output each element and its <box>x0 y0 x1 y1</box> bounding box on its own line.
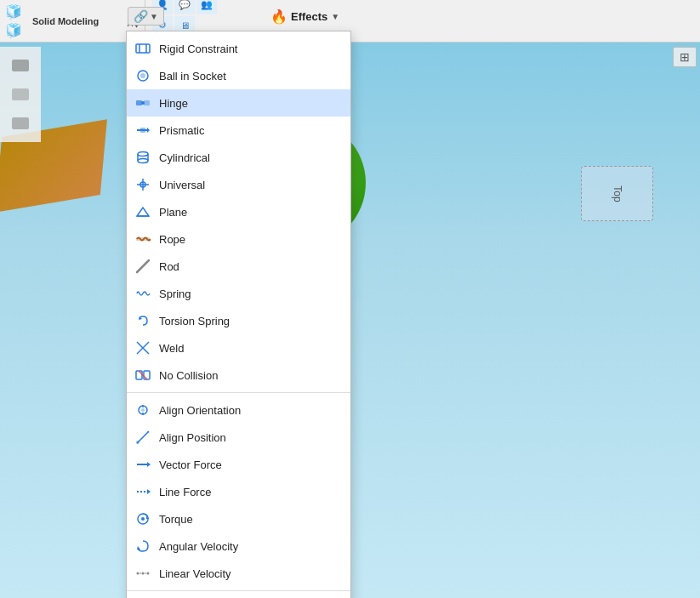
menu-item-weld[interactable]: Weld <box>127 334 350 362</box>
align-orientation-icon <box>134 401 152 419</box>
menu-item-torque[interactable]: Torque <box>127 505 350 533</box>
vector-force-label: Vector Force <box>159 458 222 471</box>
svg-marker-13 <box>147 128 150 133</box>
constraint-dropdown-button[interactable]: 🔗 ▼ <box>128 7 164 26</box>
sidebar-icon-2[interactable] <box>7 83 34 106</box>
svg-rect-0 <box>12 60 29 71</box>
rod-icon <box>134 257 152 276</box>
svg-marker-45 <box>137 546 140 550</box>
linear-velocity-label: Linear Velocity <box>159 567 231 580</box>
linear-velocity-icon <box>134 564 152 583</box>
torsion-spring-icon <box>134 311 152 330</box>
svg-point-47 <box>142 572 145 575</box>
menu-item-angular-velocity[interactable]: Angular Velocity <box>127 533 350 560</box>
svg-rect-23 <box>136 237 150 241</box>
align-position-label: Align Position <box>159 431 226 444</box>
svg-point-14 <box>138 152 148 157</box>
viewport-expand-button[interactable]: ⊞ <box>673 47 697 67</box>
constraint-icon: 🔗 <box>134 9 148 23</box>
line-force-label: Line Force <box>159 486 211 498</box>
cylindrical-label: Cylindrical <box>159 151 210 164</box>
no-collision-icon <box>134 366 152 384</box>
fire-icon: 🔥 <box>270 9 287 25</box>
svg-line-24 <box>137 260 149 272</box>
menu-item-plane[interactable]: Plane <box>127 198 350 225</box>
menu-item-line-force[interactable]: Line Force <box>127 478 350 505</box>
svg-rect-2 <box>12 117 29 129</box>
adv-icon-3[interactable]: 👥 <box>196 0 217 14</box>
angular-velocity-label: Angular Velocity <box>159 540 238 553</box>
effects-caret: ▼ <box>331 12 339 21</box>
svg-marker-41 <box>147 489 151 494</box>
torque-label: Torque <box>159 513 193 526</box>
hinge-label: Hinge <box>159 97 188 110</box>
sidebar-icon-3[interactable] <box>7 111 34 135</box>
svg-point-48 <box>147 572 150 575</box>
menu-item-hinge[interactable]: Hinge <box>127 89 350 117</box>
svg-point-7 <box>140 73 145 78</box>
torque-icon <box>134 510 152 528</box>
toolbar-icon-1[interactable]: 🧊 <box>3 3 24 20</box>
svg-point-43 <box>141 517 145 521</box>
angular-velocity-icon <box>134 537 152 555</box>
menu-item-universal[interactable]: Universal <box>127 171 350 198</box>
vector-force-icon <box>134 455 152 474</box>
expand-icon: ⊞ <box>680 50 690 64</box>
rope-icon <box>134 230 152 248</box>
menu-item-rope[interactable]: Rope <box>127 225 350 253</box>
ball-in-socket-icon <box>134 66 152 85</box>
svg-rect-9 <box>144 100 150 105</box>
rigid-constraint-label: Rigid Constraint <box>159 43 238 55</box>
sidebar-icon-1[interactable] <box>7 54 34 77</box>
menu-item-vector-force[interactable]: Vector Force <box>127 451 350 478</box>
hinge-icon <box>134 94 152 112</box>
menu-item-cylindrical[interactable]: Cylindrical <box>127 144 350 171</box>
viewport-top-label: Top <box>581 166 653 221</box>
constraint-dropdown-menu: Rigid Constraint Ball in Socket Hinge Pr… <box>126 31 351 598</box>
effects-button[interactable]: 🔥 Effects ▼ <box>264 7 346 26</box>
torsion-spring-label: Torsion Spring <box>159 315 230 327</box>
universal-icon <box>134 175 152 194</box>
menu-item-align-orientation[interactable]: Align Orientation <box>127 396 350 424</box>
menu-item-attachment[interactable]: Attachment <box>127 595 350 598</box>
universal-label: Universal <box>159 179 205 191</box>
no-collision-label: No Collision <box>159 369 218 382</box>
sidebar-icons <box>0 47 41 142</box>
menu-item-rigid-constraint[interactable]: Rigid Constraint <box>127 35 350 62</box>
divider-1 <box>127 392 350 393</box>
plane-icon <box>134 202 152 221</box>
svg-rect-3 <box>136 44 150 53</box>
menu-item-prismatic[interactable]: Prismatic <box>127 117 350 144</box>
svg-rect-29 <box>144 371 150 379</box>
svg-marker-39 <box>147 462 151 467</box>
rod-label: Rod <box>159 260 179 273</box>
svg-point-37 <box>136 441 139 444</box>
svg-rect-8 <box>136 100 142 105</box>
adv-icon-2[interactable]: 💬 <box>174 0 195 14</box>
ball-in-socket-label: Ball in Socket <box>159 70 226 83</box>
solid-modeling-label: Solid Modeling <box>27 16 104 26</box>
plane-label: Plane <box>159 206 187 219</box>
menu-item-rod[interactable]: Rod <box>127 253 350 280</box>
svg-point-46 <box>137 572 139 575</box>
line-force-icon <box>134 482 152 501</box>
menu-item-no-collision[interactable]: No Collision <box>127 362 350 389</box>
divider-2 <box>127 590 350 591</box>
svg-marker-21 <box>137 208 149 216</box>
menu-item-linear-velocity[interactable]: Linear Velocity <box>127 560 350 587</box>
menu-item-align-position[interactable]: Align Position <box>127 424 350 451</box>
effects-label: Effects <box>291 10 327 23</box>
svg-point-10 <box>141 101 145 105</box>
svg-rect-12 <box>140 128 145 133</box>
rope-label: Rope <box>159 233 185 246</box>
toolbar-icon-2[interactable]: 🧊 <box>3 22 24 39</box>
menu-item-spring[interactable]: Spring <box>127 280 350 307</box>
menu-item-torsion-spring[interactable]: Torsion Spring <box>127 307 350 334</box>
prismatic-label: Prismatic <box>159 124 204 137</box>
svg-point-17 <box>138 159 148 163</box>
weld-icon <box>134 339 152 357</box>
svg-rect-28 <box>136 371 142 379</box>
prismatic-icon <box>134 121 152 140</box>
align-position-icon <box>134 428 152 447</box>
menu-item-ball-in-socket[interactable]: Ball in Socket <box>127 62 350 89</box>
